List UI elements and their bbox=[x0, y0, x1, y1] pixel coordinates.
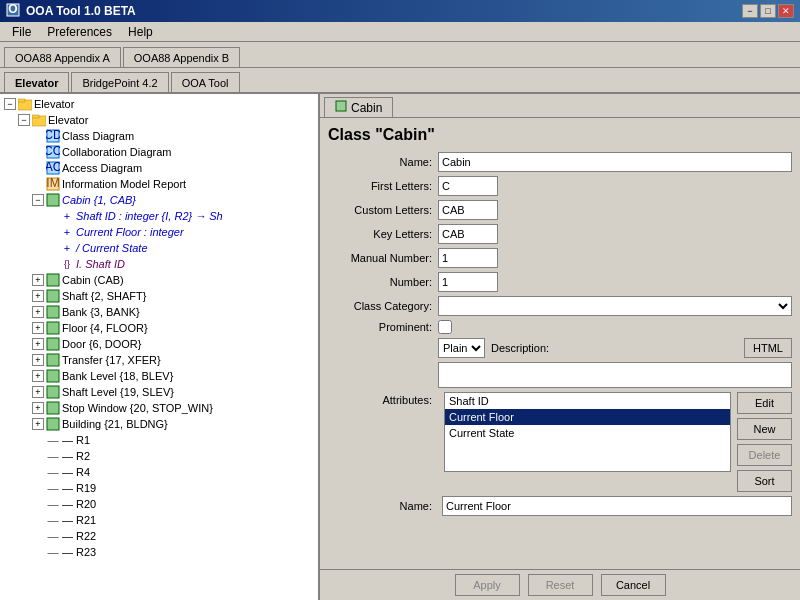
number-input[interactable] bbox=[438, 272, 498, 292]
tree-item[interactable]: + Current Floor : integer bbox=[2, 224, 316, 240]
tree-item[interactable]: — — R4 bbox=[2, 464, 316, 480]
reset-button[interactable]: Reset bbox=[528, 574, 593, 596]
tree-item[interactable]: IM Information Model Report bbox=[2, 176, 316, 192]
tree-item[interactable]: + / Current State bbox=[2, 240, 316, 256]
tree-item-label: — R21 bbox=[62, 514, 96, 526]
tab-ooa-tool[interactable]: OOA Tool bbox=[171, 72, 240, 92]
tree-item[interactable]: — — R22 bbox=[2, 528, 316, 544]
tab-ooa88-appendix-a[interactable]: OOA88 Appendix A bbox=[4, 47, 121, 67]
svg-rect-15 bbox=[47, 274, 59, 286]
tree-item[interactable]: AC Access Diagram bbox=[2, 160, 316, 176]
menu-file[interactable]: File bbox=[4, 23, 39, 41]
tree-item[interactable]: + Stop Window {20, STOP_WIN} bbox=[2, 400, 316, 416]
close-button[interactable]: ✕ bbox=[778, 4, 794, 18]
tree-item[interactable]: — — R1 bbox=[2, 432, 316, 448]
menu-help[interactable]: Help bbox=[120, 23, 161, 41]
tree-item[interactable]: + Door {6, DOOR} bbox=[2, 336, 316, 352]
key-letters-row: Key Letters: bbox=[328, 224, 792, 244]
tree-item[interactable]: + Shaft Level {19, SLEV} bbox=[2, 384, 316, 400]
tree-item[interactable]: — — R19 bbox=[2, 480, 316, 496]
tree-item[interactable]: CO Collaboration Diagram bbox=[2, 144, 316, 160]
tree-item[interactable]: — — R2 bbox=[2, 448, 316, 464]
tree-expander[interactable]: − bbox=[4, 98, 16, 110]
cancel-button[interactable]: Cancel bbox=[601, 574, 666, 596]
menu-preferences[interactable]: Preferences bbox=[39, 23, 120, 41]
tree-item[interactable]: — — R20 bbox=[2, 496, 316, 512]
tree-item[interactable]: — — R23 bbox=[2, 544, 316, 560]
title-bar: O OOA Tool 1.0 BETA − □ ✕ bbox=[0, 0, 800, 22]
edit-button[interactable]: Edit bbox=[737, 392, 792, 414]
class-category-row: Class Category: bbox=[328, 296, 792, 316]
sort-button[interactable]: Sort bbox=[737, 470, 792, 492]
tree-item[interactable]: − Elevator bbox=[2, 96, 316, 112]
relation-icon: — bbox=[46, 481, 60, 495]
custom-letters-input[interactable] bbox=[438, 200, 498, 220]
svg-rect-14 bbox=[47, 194, 59, 206]
attribute-list-item[interactable]: Current State bbox=[445, 425, 730, 441]
new-button[interactable]: New bbox=[737, 418, 792, 440]
tree-item[interactable]: + Building {21, BLDNG} bbox=[2, 416, 316, 432]
tree-item[interactable]: + Bank {3, BANK} bbox=[2, 304, 316, 320]
tree-item-label: — R1 bbox=[62, 434, 90, 446]
svg-text:CO: CO bbox=[46, 145, 60, 158]
tree-expander[interactable]: + bbox=[32, 370, 44, 382]
tree-item-label: Current Floor : integer bbox=[76, 226, 184, 238]
tree-panel: − Elevator − Elevator CD Class Diagram C… bbox=[0, 94, 320, 600]
tree-item[interactable]: + Floor {4, FLOOR} bbox=[2, 320, 316, 336]
tree-expander[interactable]: + bbox=[32, 338, 44, 350]
number-row: Number: bbox=[328, 272, 792, 292]
apply-button[interactable]: Apply bbox=[455, 574, 520, 596]
html-button[interactable]: HTML bbox=[744, 338, 792, 358]
tree-item[interactable]: + Cabin (CAB) bbox=[2, 272, 316, 288]
maximize-button[interactable]: □ bbox=[760, 4, 776, 18]
tree-item[interactable]: + Bank Level {18, BLEV} bbox=[2, 368, 316, 384]
tree-item[interactable]: + Shaft {2, SHAFT} bbox=[2, 288, 316, 304]
tree-item[interactable]: CD Class Diagram bbox=[2, 128, 316, 144]
second-tab-bar: Elevator BridgePoint 4.2 OOA Tool bbox=[0, 68, 800, 94]
tree-class-icon bbox=[46, 417, 60, 431]
tree-expander[interactable]: + bbox=[32, 306, 44, 318]
cabin-tab-icon bbox=[335, 100, 347, 115]
tree-expander[interactable]: + bbox=[32, 274, 44, 286]
prominent-checkbox[interactable] bbox=[438, 320, 452, 334]
tree-expander[interactable]: − bbox=[32, 194, 44, 206]
tab-elevator[interactable]: Elevator bbox=[4, 72, 69, 92]
tab-cabin[interactable]: Cabin bbox=[324, 97, 393, 117]
svg-rect-22 bbox=[47, 386, 59, 398]
delete-button[interactable]: Delete bbox=[737, 444, 792, 466]
tree-expander[interactable]: + bbox=[32, 354, 44, 366]
tree-expander[interactable]: + bbox=[32, 386, 44, 398]
attribute-list-item[interactable]: Current Floor bbox=[445, 409, 730, 425]
tree-item[interactable]: — — R21 bbox=[2, 512, 316, 528]
name-input[interactable] bbox=[438, 152, 792, 172]
tab-ooa88-appendix-b[interactable]: OOA88 Appendix B bbox=[123, 47, 240, 67]
tree-item[interactable]: {} I. Shaft ID bbox=[2, 256, 316, 272]
svg-rect-17 bbox=[47, 306, 59, 318]
key-letters-input[interactable] bbox=[438, 224, 498, 244]
first-letters-input[interactable] bbox=[438, 176, 498, 196]
svg-rect-24 bbox=[47, 418, 59, 430]
bottom-name-input[interactable] bbox=[442, 496, 792, 516]
minimize-button[interactable]: − bbox=[742, 4, 758, 18]
right-tab-strip: Cabin bbox=[320, 94, 800, 118]
tab-bridgepoint[interactable]: BridgePoint 4.2 bbox=[71, 72, 168, 92]
tree-item[interactable]: − Elevator bbox=[2, 112, 316, 128]
attribute-list-item[interactable]: Shaft ID bbox=[445, 393, 730, 409]
svg-rect-5 bbox=[32, 115, 39, 118]
desc-format-select[interactable]: Plain bbox=[438, 338, 485, 358]
tree-item[interactable]: + Transfer {17, XFER} bbox=[2, 352, 316, 368]
window-title: OOA Tool 1.0 BETA bbox=[26, 4, 742, 18]
tree-expander[interactable]: − bbox=[18, 114, 30, 126]
tree-expander[interactable]: + bbox=[32, 322, 44, 334]
attribute-buttons: Edit New Delete Sort bbox=[737, 392, 792, 492]
attribute-icon: + bbox=[60, 225, 74, 239]
right-panel: Cabin Class "Cabin" Name: First Letters:… bbox=[320, 94, 800, 600]
tree-item[interactable]: + Shaft ID : integer {I, R2} → Sh bbox=[2, 208, 316, 224]
description-textarea[interactable] bbox=[438, 362, 792, 388]
manual-number-input[interactable] bbox=[438, 248, 498, 268]
tree-item[interactable]: − Cabin {1, CAB} bbox=[2, 192, 316, 208]
class-category-select[interactable] bbox=[438, 296, 792, 316]
tree-expander[interactable]: + bbox=[32, 418, 44, 430]
tree-expander[interactable]: + bbox=[32, 290, 44, 302]
tree-expander[interactable]: + bbox=[32, 402, 44, 414]
